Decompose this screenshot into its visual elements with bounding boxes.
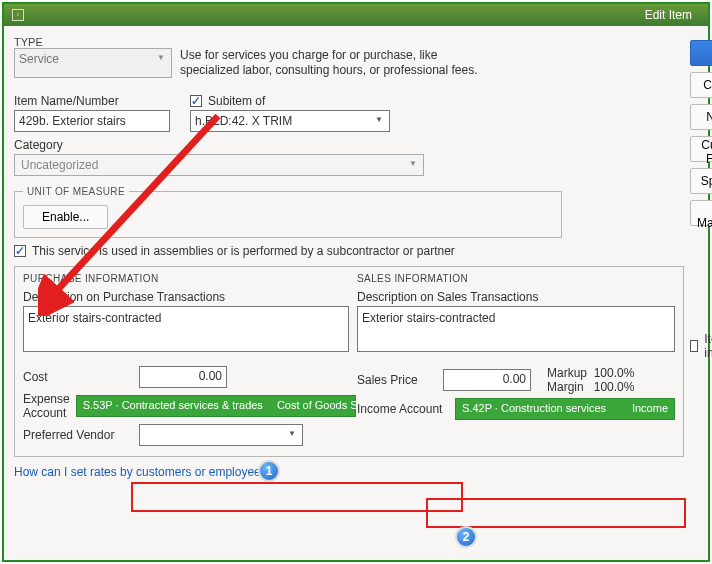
annotation-box-1 — [131, 482, 463, 512]
help-link[interactable]: How can I set rates by customers or empl… — [14, 465, 273, 479]
expense-account-label: Expense Account — [23, 392, 70, 420]
inactive-label: Item is inactive — [704, 332, 712, 360]
subitem-value: h.BLD:42. X TRIM — [195, 114, 292, 128]
sales-price-input[interactable]: 0.00 — [443, 369, 531, 391]
preferred-vendor-label: Preferred Vendor — [23, 428, 133, 442]
uom-fieldset: UNIT OF MEASURE Enable... — [14, 186, 562, 238]
income-account-label: Income Account — [357, 402, 449, 416]
inactive-checkbox[interactable]: . — [690, 340, 698, 352]
expense-account-select[interactable]: S.53P · Contracted services & trades Cos… — [76, 395, 356, 417]
cost-label: Cost — [23, 370, 133, 384]
chevron-down-icon: ▼ — [409, 159, 417, 168]
category-label: Category — [14, 138, 684, 152]
sales-title: SALES INFORMATION — [357, 273, 675, 284]
edit-markup-button[interactable]: Edit Markup... — [690, 200, 712, 226]
type-select[interactable]: Service ▼ — [14, 48, 172, 78]
annotation-badge-1: 1 — [258, 460, 280, 482]
sales-desc-input[interactable]: Exterior stairs-contracted — [357, 306, 675, 352]
notes-button[interactable]: Notes — [690, 104, 712, 130]
type-head: TYPE — [14, 36, 684, 48]
service-used-checkbox[interactable]: ✓ — [14, 245, 26, 257]
markup-label: Markup — [547, 366, 587, 380]
enable-button[interactable]: Enable... — [23, 205, 108, 229]
annotation-badge-2: 2 — [455, 526, 477, 548]
item-name-value: 429b. Exterior stairs — [19, 114, 126, 128]
service-used-label: This service is used in assemblies or is… — [32, 244, 455, 258]
titlebar: ▫ Edit Item — [4, 4, 708, 26]
chevron-down-icon: ▼ — [375, 115, 383, 124]
sales-desc-label: Description on Sales Transactions — [357, 290, 675, 304]
purchase-desc-label: Description on Purchase Transactions — [23, 290, 349, 304]
window-title: Edit Item — [30, 8, 700, 22]
uom-legend: UNIT OF MEASURE — [23, 186, 129, 197]
purchase-desc-input[interactable]: Exterior stairs-contracted — [23, 306, 349, 352]
income-account-select[interactable]: S.42P · Construction services Income — [455, 398, 675, 420]
system-menu-icon[interactable]: ▫ — [12, 9, 24, 21]
ok-button[interactable]: OK — [690, 40, 712, 66]
annotation-box-2 — [426, 498, 686, 528]
subitem-label: Subitem of — [208, 94, 265, 108]
margin-label: Margin — [547, 380, 584, 394]
category-value: Uncategorized — [21, 158, 98, 172]
category-select[interactable]: Uncategorized ▼ — [14, 154, 424, 176]
cancel-button[interactable]: Cancel — [690, 72, 712, 98]
type-value: Service — [19, 52, 59, 66]
purchase-title: PURCHASE INFORMATION — [23, 273, 349, 284]
preferred-vendor-select[interactable]: ▼ — [139, 424, 303, 446]
sales-price-label: Sales Price — [357, 373, 437, 387]
spelling-button[interactable]: Spelling — [690, 168, 712, 194]
markup-value: 100.0% — [594, 366, 635, 380]
type-description: Use for services you charge for or purch… — [180, 48, 480, 78]
custom-fields-button[interactable]: Custom Fields — [690, 136, 712, 162]
chevron-down-icon: ▼ — [288, 429, 296, 438]
margin-value: 100.0% — [594, 380, 635, 394]
item-name-input[interactable]: 429b. Exterior stairs — [14, 110, 170, 132]
cost-input[interactable]: 0.00 — [139, 366, 227, 388]
subitem-checkbox[interactable]: ✓ — [190, 95, 202, 107]
chevron-down-icon: ▼ — [157, 53, 165, 62]
item-name-label: Item Name/Number — [14, 94, 170, 108]
subitem-select[interactable]: h.BLD:42. X TRIM ▼ — [190, 110, 390, 132]
